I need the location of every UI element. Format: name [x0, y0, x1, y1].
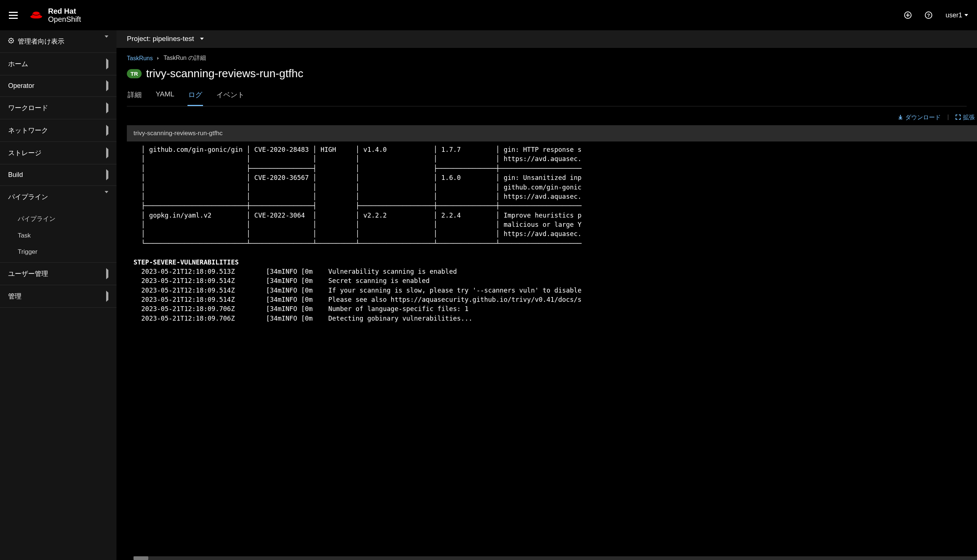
chevron-right-icon: [106, 291, 108, 302]
user-name: user1: [945, 12, 962, 19]
plus-icon[interactable]: [904, 12, 912, 19]
subnav-trigger[interactable]: Trigger: [0, 244, 117, 260]
breadcrumb: TaskRuns TaskRun の詳細: [127, 54, 967, 62]
chevron-right-icon: [106, 102, 108, 113]
sidebar-item-workloads[interactable]: ワークロード: [0, 97, 117, 119]
brand-line2: OpenShift: [48, 15, 81, 23]
tab-logs[interactable]: ログ: [187, 87, 203, 106]
redhat-fedora-icon: [29, 10, 43, 21]
sidebar-item-home[interactable]: ホーム: [0, 53, 117, 75]
caret-down-icon: [200, 38, 204, 40]
breadcrumb-separator-icon: [157, 57, 159, 60]
log-body[interactable]: │ github.com/gin-gonic/gin │ CVE-2020-28…: [127, 142, 977, 555]
log-container: trivy-scanning-reviews-run-gtfhc │ githu…: [127, 125, 977, 560]
download-icon: [898, 115, 903, 121]
chevron-down-icon: [105, 191, 108, 201]
expand-button[interactable]: 拡張: [955, 114, 975, 122]
horizontal-scrollbar[interactable]: [134, 556, 977, 560]
chevron-right-icon: [106, 268, 108, 279]
breadcrumb-current: TaskRun の詳細: [164, 54, 206, 62]
perspective-switcher[interactable]: 管理者向け表示: [0, 30, 117, 53]
tab-events[interactable]: イベント: [216, 87, 245, 106]
project-bar: Project: pipelines-test: [117, 30, 977, 48]
sidebar-pipelines-subnav: パイプライン Task Trigger: [0, 208, 117, 263]
svg-point-8: [10, 40, 12, 42]
log-toolbar: ダウンロード | 拡張: [117, 107, 977, 125]
tab-details[interactable]: 詳細: [127, 87, 142, 106]
sidebar-item-user-management[interactable]: ユーザー管理: [0, 263, 117, 285]
subnav-pipelines[interactable]: パイプライン: [0, 210, 117, 228]
tabs: 詳細 YAML ログ イベント: [127, 87, 967, 107]
page-title: trivy-scanning-reviews-run-gtfhc: [146, 67, 303, 80]
expand-icon: [955, 115, 961, 121]
hamburger-menu-button[interactable]: [9, 12, 18, 19]
breadcrumb-root[interactable]: TaskRuns: [127, 55, 153, 62]
sidebar-item-network[interactable]: ネットワーク: [0, 119, 117, 142]
chevron-right-icon: [106, 147, 108, 158]
chevron-right-icon: [106, 169, 108, 180]
log-output: │ github.com/gin-gonic/gin │ CVE-2020-28…: [134, 145, 977, 323]
sidebar-item-administration[interactable]: 管理: [0, 285, 117, 308]
sidebar-item-build[interactable]: Build: [0, 164, 117, 186]
caret-down-icon: [964, 14, 968, 16]
download-button[interactable]: ダウンロード: [898, 114, 941, 122]
main-content: Project: pipelines-test TaskRuns TaskRun…: [117, 30, 977, 560]
svg-point-3: [33, 12, 40, 15]
masthead: Red Hat OpenShift ? user1: [0, 0, 977, 30]
resource-badge: TR: [127, 69, 142, 78]
scrollbar-thumb[interactable]: [134, 556, 148, 560]
toolbar-separator: |: [947, 114, 949, 122]
help-icon[interactable]: ?: [925, 12, 932, 19]
sidebar-item-storage[interactable]: ストレージ: [0, 142, 117, 164]
sidebar-item-operator[interactable]: Operator: [0, 75, 117, 97]
chevron-right-icon: [106, 58, 108, 70]
brand[interactable]: Red Hat OpenShift: [29, 7, 81, 23]
tab-yaml[interactable]: YAML: [155, 87, 175, 106]
chevron-right-icon: [106, 80, 108, 91]
brand-line1: Red Hat: [48, 7, 81, 15]
svg-text:?: ?: [927, 13, 930, 18]
perspective-label: 管理者向け表示: [18, 37, 64, 46]
sidebar: 管理者向け表示 ホーム Operator ワークロード ネットワーク ストレージ…: [0, 30, 117, 560]
project-selector[interactable]: Project: pipelines-test: [127, 35, 204, 43]
gear-icon: [8, 38, 14, 45]
chevron-right-icon: [106, 125, 108, 136]
sidebar-item-pipelines[interactable]: パイプライン: [0, 186, 117, 208]
chevron-down-icon: [105, 35, 108, 45]
subnav-task[interactable]: Task: [0, 228, 117, 244]
user-menu[interactable]: user1: [945, 12, 968, 19]
log-title-bar: trivy-scanning-reviews-run-gtfhc: [127, 125, 977, 142]
